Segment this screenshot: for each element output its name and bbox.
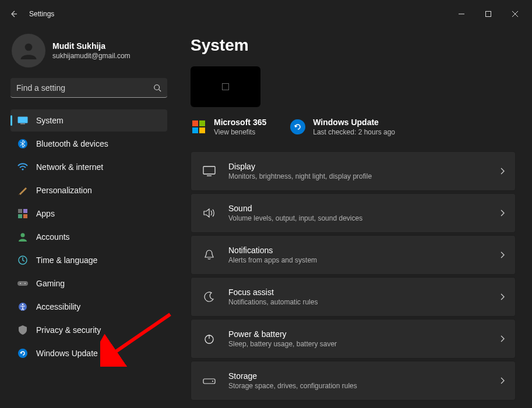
- window-title: Settings: [29, 10, 54, 18]
- back-button[interactable]: [3, 4, 23, 24]
- svg-point-2: [25, 44, 33, 51]
- svg-rect-5: [18, 117, 28, 123]
- sidebar-item-personalization[interactable]: Personalization: [10, 179, 167, 201]
- sidebar-item-system[interactable]: System: [10, 109, 167, 132]
- accessibility-icon: [17, 301, 28, 312]
- card-sub: Storage space, drives, configuration rul…: [228, 382, 488, 390]
- ms365-block[interactable]: Microsoft 365 View benefits: [191, 118, 266, 136]
- nav-label: Windows Update: [36, 349, 98, 358]
- settings-item-notifications[interactable]: Notifications Alerts from apps and syste…: [191, 235, 516, 275]
- storage-icon: [202, 373, 217, 388]
- search-box[interactable]: [10, 78, 167, 98]
- svg-line-4: [159, 90, 161, 92]
- settings-item-storage[interactable]: Storage Storage space, drives, configura…: [191, 361, 516, 400]
- card-title: Display: [228, 162, 488, 171]
- chevron-right-icon: [500, 210, 505, 217]
- minimize-icon: [459, 11, 464, 17]
- moon-icon: [202, 289, 217, 304]
- svg-point-26: [212, 381, 213, 382]
- chevron-right-icon: [500, 377, 505, 384]
- card-title: Notifications: [228, 246, 488, 255]
- sidebar-item-accounts[interactable]: Accounts: [10, 226, 167, 248]
- settings-list: Display Monitors, brightness, night ligh…: [191, 151, 516, 400]
- chevron-right-icon: [500, 335, 505, 342]
- windows-update-block[interactable]: Windows Update Last checked: 2 hours ago: [290, 118, 395, 136]
- account-email: sukhijamudit@gmail.com: [52, 52, 131, 60]
- card-sub: Volume levels, output, input, sound devi…: [228, 214, 488, 222]
- main-content: System Microsoft 365 View benefits Windo: [178, 28, 532, 408]
- svg-rect-1: [486, 12, 491, 17]
- sidebar-item-windows-update[interactable]: Windows Update: [10, 342, 167, 364]
- power-icon: [202, 331, 217, 346]
- nav-label: Privacy & security: [36, 325, 101, 335]
- nav-label: Apps: [36, 209, 55, 218]
- shield-icon: [17, 325, 28, 335]
- card-sub: Notifications, automatic rules: [228, 298, 488, 306]
- bell-icon: [202, 247, 217, 262]
- nav-list: System Bluetooth & devices Network & int…: [10, 109, 167, 364]
- svg-point-19: [22, 304, 24, 306]
- page-title: System: [191, 36, 516, 55]
- svg-point-13: [21, 233, 25, 237]
- sidebar-item-bluetooth[interactable]: Bluetooth & devices: [10, 133, 167, 155]
- sidebar-item-privacy[interactable]: Privacy & security: [10, 319, 167, 341]
- title-bar: Settings: [0, 0, 532, 28]
- card-title: Focus assist: [228, 288, 488, 297]
- microsoft-logo-icon: [191, 119, 207, 135]
- sidebar-item-gaming[interactable]: Gaming: [10, 272, 167, 295]
- gaming-icon: [17, 278, 28, 289]
- settings-item-focus-assist[interactable]: Focus assist Notifications, automatic ru…: [191, 277, 516, 317]
- sidebar-item-time-language[interactable]: Time & language: [10, 249, 167, 271]
- svg-rect-6: [20, 123, 25, 125]
- card-title: Storage: [228, 371, 488, 381]
- close-icon: [512, 11, 518, 17]
- avatar: [12, 34, 45, 68]
- update-sub: Last checked: 2 hours ago: [313, 128, 395, 136]
- system-icon: [17, 115, 28, 126]
- arrow-left-icon: [9, 9, 18, 19]
- svg-rect-11: [18, 214, 22, 218]
- svg-point-8: [22, 168, 23, 170]
- sync-icon: [290, 119, 306, 135]
- paintbrush-icon: [17, 185, 28, 196]
- close-button[interactable]: [502, 5, 529, 23]
- svg-rect-12: [23, 214, 27, 218]
- account-block[interactable]: Mudit Sukhija sukhijamudit@gmail.com: [10, 34, 167, 68]
- nav-label: Gaming: [36, 279, 65, 288]
- preview-window-icon: [222, 83, 229, 90]
- nav-label: Bluetooth & devices: [36, 139, 108, 148]
- display-icon: [202, 164, 217, 179]
- svg-point-20: [18, 349, 27, 358]
- svg-point-16: [20, 283, 21, 284]
- ms365-title: Microsoft 365: [214, 118, 266, 127]
- wifi-icon: [17, 162, 28, 172]
- person-icon: [18, 40, 39, 61]
- settings-item-display[interactable]: Display Monitors, brightness, night ligh…: [191, 151, 516, 191]
- card-sub: Alerts from apps and system: [228, 256, 488, 264]
- nav-label: Time & language: [36, 256, 97, 265]
- sidebar-item-accessibility[interactable]: Accessibility: [10, 296, 167, 318]
- svg-rect-10: [23, 209, 27, 213]
- search-icon: [153, 84, 161, 92]
- settings-item-power-battery[interactable]: Power & battery Sleep, battery usage, ba…: [191, 319, 516, 359]
- settings-item-sound[interactable]: Sound Volume levels, output, input, soun…: [191, 193, 516, 233]
- maximize-button[interactable]: [475, 5, 502, 23]
- status-row: Microsoft 365 View benefits Windows Upda…: [191, 118, 516, 136]
- sidebar-item-network[interactable]: Network & internet: [10, 156, 167, 178]
- account-name: Mudit Sukhija: [52, 41, 131, 51]
- search-input[interactable]: [10, 78, 167, 98]
- card-sub: Sleep, battery usage, battery saver: [228, 340, 488, 348]
- card-title: Sound: [228, 204, 488, 213]
- svg-point-17: [24, 283, 26, 284]
- nav-label: Accounts: [36, 232, 70, 242]
- minimize-button[interactable]: [448, 5, 475, 23]
- sidebar-item-apps[interactable]: Apps: [10, 203, 167, 225]
- chevron-right-icon: [500, 168, 505, 175]
- ms365-sub: View benefits: [214, 128, 266, 136]
- desktop-preview[interactable]: [191, 66, 260, 107]
- nav-label: Network & internet: [36, 162, 103, 172]
- accounts-icon: [17, 232, 28, 242]
- card-title: Power & battery: [228, 329, 488, 339]
- sound-icon: [202, 205, 217, 221]
- svg-rect-9: [18, 209, 22, 213]
